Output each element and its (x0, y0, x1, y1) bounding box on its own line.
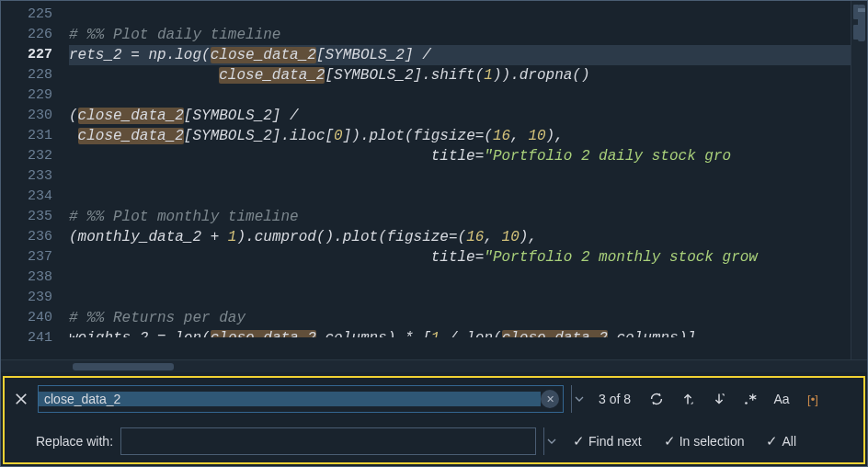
search-history-dropdown[interactable] (571, 385, 586, 413)
code-editor[interactable]: 2252262272282292302312322332342352362372… (1, 1, 867, 359)
case-sensitive-icon[interactable]: Aa (770, 387, 794, 411)
code-line[interactable]: # %% Plot daily timeline (69, 25, 851, 45)
search-input-text[interactable]: close_data_2 (39, 392, 541, 406)
line-number: 230 (1, 106, 69, 126)
prev-match-icon[interactable] (676, 387, 700, 411)
code-line[interactable]: weights_2 = len(close_data_2.columns) * … (69, 328, 851, 337)
replace-history-dropdown[interactable] (543, 427, 558, 455)
line-number: 236 (1, 227, 69, 247)
code-line[interactable]: (monthly_data_2 + 1).cumprod().plot(figs… (69, 227, 851, 247)
search-input[interactable]: close_data_2 ✕ (38, 385, 564, 413)
in-selection-button[interactable]: ✓In selection (657, 433, 752, 450)
refresh-icon[interactable] (645, 387, 668, 411)
line-number: 241 (1, 328, 69, 337)
code-line[interactable] (69, 5, 851, 25)
find-replace-panel: close_data_2 ✕ 3 of 8 Aa [•] Replace wit… (3, 376, 865, 464)
line-number: 235 (1, 207, 69, 227)
line-number: 239 (1, 288, 69, 308)
clear-search-icon[interactable]: ✕ (541, 390, 559, 408)
code-line[interactable] (69, 268, 851, 288)
line-number: 237 (1, 247, 69, 268)
regex-icon[interactable] (738, 387, 762, 411)
code-line[interactable]: # %% Plot monthly timeline (69, 207, 851, 227)
match-count: 3 of 8 (593, 392, 637, 406)
code-line[interactable] (69, 187, 851, 207)
horizontal-scrollbar[interactable] (1, 359, 867, 372)
line-number-gutter: 2252262272282292302312322332342352362372… (1, 1, 69, 359)
code-line[interactable] (69, 166, 851, 187)
line-number: 238 (1, 268, 69, 288)
code-line[interactable]: close_data_2[SYMBOLS_2].shift(1)).dropna… (69, 65, 851, 85)
replace-label: Replace with: (12, 434, 113, 449)
code-line[interactable]: close_data_2[SYMBOLS_2].iloc[0]).plot(fi… (69, 126, 851, 146)
code-line[interactable]: (close_data_2[SYMBOLS_2] / (69, 106, 851, 126)
svg-point-0 (745, 402, 748, 404)
line-number: 228 (1, 65, 69, 85)
whole-word-icon[interactable]: [•] (801, 387, 825, 411)
code-line[interactable]: title="Portfolio 2 daily stock gro (69, 146, 851, 166)
next-match-icon[interactable] (707, 387, 731, 411)
code-line[interactable] (69, 288, 851, 308)
line-number: 226 (1, 25, 69, 45)
line-number: 225 (1, 5, 69, 25)
horizontal-scrollbar-thumb[interactable] (73, 363, 174, 370)
close-icon[interactable] (12, 390, 30, 408)
code-content[interactable]: # %% Plot daily timelinerets_2 = np.log(… (69, 1, 851, 359)
line-number: 233 (1, 166, 69, 187)
line-number: 229 (1, 85, 69, 106)
minimap-scrollbar[interactable] (851, 1, 867, 359)
code-line[interactable]: title="Portfolio 2 monthly stock grow (69, 247, 851, 268)
line-number: 227 (1, 45, 69, 65)
code-line[interactable]: rets_2 = np.log(close_data_2[SYMBOLS_2] … (69, 45, 851, 65)
line-number: 234 (1, 187, 69, 207)
code-line[interactable]: # %% Returns per day (69, 308, 851, 328)
code-line[interactable] (69, 85, 851, 106)
line-number: 231 (1, 126, 69, 146)
find-next-button[interactable]: ✓Find next (565, 433, 649, 450)
replace-input[interactable] (120, 427, 536, 455)
line-number: 232 (1, 146, 69, 166)
line-number: 240 (1, 308, 69, 328)
replace-all-button[interactable]: ✓All (759, 433, 804, 450)
